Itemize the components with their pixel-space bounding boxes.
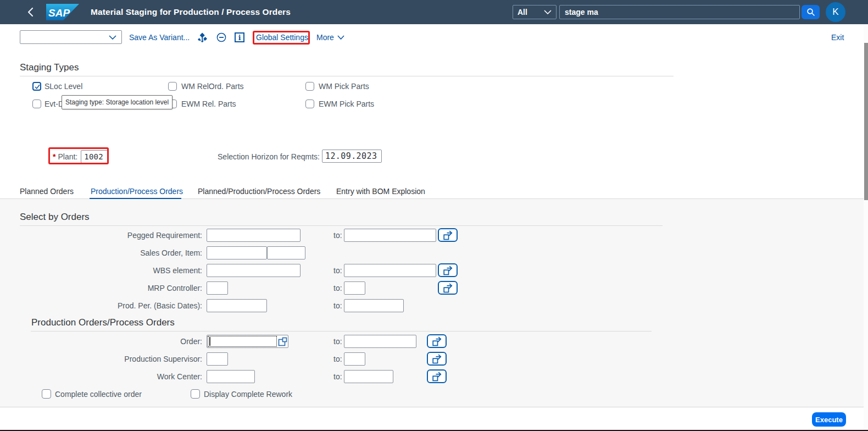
horizon-label: Selection Horizon for Reqmts: (209, 152, 320, 161)
mrp-controller-to-input[interactable] (344, 281, 365, 295)
to-label: to: (333, 301, 342, 310)
svg-text:i: i (238, 34, 241, 42)
checkbox-label: WM RelOrd. Parts (181, 82, 244, 91)
pegged-requirement-from-input[interactable] (207, 229, 301, 242)
tab-planned-orders[interactable]: Planned Orders (20, 187, 74, 196)
field-label: Work Center: (21, 372, 202, 381)
checkbox-sloc-level[interactable] (32, 82, 41, 91)
multiselect-icon (431, 353, 443, 364)
field-label: Pegged Requirement: (21, 231, 202, 240)
to-label: to: (333, 266, 342, 275)
deselect-all-icon[interactable] (216, 32, 226, 42)
sales-order-item-input[interactable] (267, 246, 305, 259)
tab-production-process-orders[interactable]: Production/Process Orders (91, 187, 183, 196)
checkbox-label: Display Complete Rework (204, 390, 292, 399)
checkbox-ewm-pick-parts[interactable] (305, 100, 314, 108)
staging-types-title: Staging Types (20, 62, 79, 73)
pegged-requirement-to-input[interactable] (344, 229, 436, 242)
chevron-down-icon (109, 35, 116, 40)
checkbox-label: SLoc Level (44, 82, 82, 91)
plant-input[interactable] (81, 150, 108, 163)
field-label: WBS element: (21, 266, 202, 275)
checkbox-label: EWM Rel. Parts (181, 100, 236, 108)
focus-outline (208, 336, 277, 347)
tab-entry-with-bom-explosion[interactable]: Entry with BOM Explosion (336, 187, 425, 196)
work-center-from-input[interactable] (207, 370, 255, 383)
field-label: Production Supervisor: (21, 355, 202, 363)
production-supervisor-multiselect-button[interactable] (427, 352, 447, 366)
pegged-requirement-multiselect-button[interactable] (438, 228, 458, 242)
to-label: to: (333, 337, 342, 346)
info-icon[interactable]: i (235, 32, 244, 42)
svg-text:SAP: SAP (48, 7, 70, 19)
chevron-down-icon (337, 35, 344, 40)
wbs-element-multiselect-button[interactable] (438, 263, 458, 277)
get-variants-icon[interactable] (197, 32, 207, 42)
multiselect-icon (442, 283, 454, 293)
chevron-down-icon (544, 10, 552, 14)
save-as-variant-button[interactable]: Save As Variant... (129, 33, 190, 42)
sales-order-input[interactable] (207, 246, 267, 259)
work-center-multiselect-button[interactable] (427, 369, 447, 383)
required-marker: * (53, 152, 55, 161)
plant-field-group: * Plant: (53, 150, 108, 163)
wbs-element-from-input[interactable] (207, 264, 301, 277)
plant-label: Plant: (58, 152, 77, 161)
search-icon (806, 8, 815, 16)
exit-button[interactable]: Exit (831, 33, 844, 42)
to-label: to: (333, 284, 342, 292)
footer-bar (0, 407, 868, 430)
mrp-controller-multiselect-button[interactable] (438, 281, 458, 295)
to-label: to: (333, 355, 342, 363)
order-from-input[interactable] (207, 335, 288, 348)
search-scope-value: All (518, 8, 527, 16)
tab-planned-production-process-orders[interactable]: Planned/Production/Process Orders (198, 187, 320, 196)
production-supervisor-to-input[interactable] (344, 352, 365, 366)
horizon-input[interactable] (322, 150, 382, 163)
scrollbar-thumb[interactable] (864, 43, 868, 200)
back-icon[interactable] (25, 7, 36, 18)
checkbox-complete-collective-order[interactable] (42, 389, 51, 399)
prod-per-from-input[interactable] (207, 299, 267, 312)
order-multiselect-button[interactable] (427, 334, 447, 348)
to-label: to: (333, 231, 342, 240)
multiselect-icon (431, 336, 443, 346)
checkbox-display-complete-rework[interactable] (191, 389, 200, 399)
divider (20, 76, 674, 76)
more-button[interactable]: More (316, 33, 344, 42)
prod-per-to-input[interactable] (344, 299, 404, 312)
checkbox-label: Evt-D (44, 100, 64, 108)
checkbox-evt-d[interactable] (32, 100, 41, 108)
field-label: Prod. Per. (Basic Dates): (21, 301, 202, 310)
work-center-to-input[interactable] (344, 370, 393, 383)
multiselect-icon (442, 230, 454, 240)
shellbar: SAP Material Staging for Production / Pr… (0, 0, 868, 24)
mrp-controller-from-input[interactable] (207, 281, 228, 295)
variant-select[interactable] (20, 30, 122, 44)
checkbox-label: Complete collective order (55, 390, 142, 399)
checkbox-label: WM Pick Parts (319, 82, 369, 91)
global-settings-button[interactable]: Global Settings (256, 33, 308, 42)
divider (20, 225, 663, 226)
search-button[interactable] (802, 5, 820, 19)
field-label: Sales Order, Item: (21, 248, 202, 257)
avatar[interactable]: K (826, 2, 845, 22)
tooltip: Staging type: Storage location level (62, 95, 173, 109)
production-supervisor-from-input[interactable] (207, 352, 228, 366)
value-help-icon[interactable] (278, 337, 287, 346)
order-to-input[interactable] (344, 335, 416, 348)
multiselect-icon (442, 265, 454, 275)
select-by-orders-title: Select by Orders (20, 212, 90, 223)
to-label: to: (333, 372, 342, 381)
field-label: Order: (21, 337, 202, 346)
checkbox-label: EWM Pick Parts (319, 100, 374, 108)
search-input[interactable] (559, 5, 800, 19)
checkbox-wm-relord-parts[interactable] (168, 82, 177, 91)
search-scope-select[interactable]: All (513, 5, 557, 19)
sap-logo: SAP (46, 4, 79, 20)
field-label: MRP Controller: (21, 284, 202, 292)
wbs-element-to-input[interactable] (344, 264, 436, 277)
divider (31, 331, 652, 331)
checkbox-wm-pick-parts[interactable] (305, 82, 314, 91)
execute-button[interactable]: Execute (812, 412, 846, 427)
